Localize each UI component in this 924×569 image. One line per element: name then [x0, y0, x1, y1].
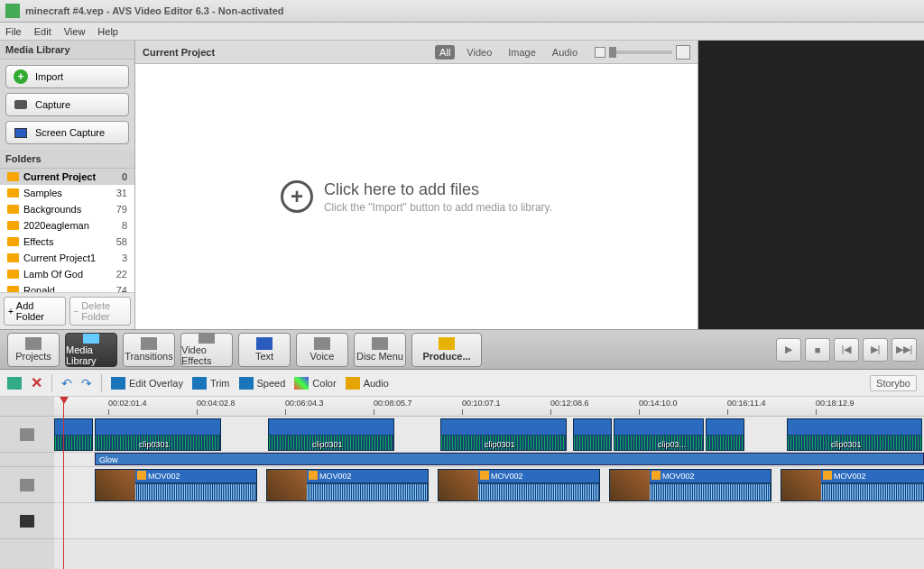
mode-projects[interactable]: Projects [7, 333, 60, 367]
preview-monitor [698, 41, 924, 329]
next-frame-button[interactable]: ▶| [863, 338, 888, 362]
overlay-clip[interactable]: MOV002 [95, 469, 257, 501]
folder-count: 8 [122, 220, 129, 231]
plus-icon: + [14, 69, 28, 84]
ruler-tick: 00:06:04.3 [285, 399, 324, 408]
add-files-heading: Click here to add files [324, 180, 552, 199]
folder-row[interactable]: Ronald74 [0, 282, 134, 292]
filter-video[interactable]: Video [462, 45, 496, 60]
mode-voice[interactable]: Voice [296, 333, 348, 367]
mode-produce[interactable]: Produce... [411, 333, 482, 367]
speed-button[interactable]: Speed [239, 377, 286, 390]
undo-button[interactable]: ↶ [61, 376, 72, 390]
video-clip[interactable] [54, 418, 93, 451]
play-button[interactable]: ▶ [776, 338, 801, 362]
trim-button[interactable]: Trim [192, 377, 230, 390]
overlay-clip[interactable]: MOV002 [438, 469, 600, 501]
timeline: 00:02:01.400:04:02.800:06:04.300:08:05.7… [0, 397, 924, 569]
capture-button[interactable]: Capture [5, 93, 129, 116]
overlay-clip[interactable]: MOV002 [266, 469, 429, 501]
zoom-slider[interactable] [609, 50, 672, 54]
delete-button[interactable]: ✕ [31, 374, 42, 391]
stop-button[interactable]: ■ [805, 338, 830, 362]
clip-label: MOV002 [662, 472, 695, 481]
video-clip[interactable]: clip0301 [787, 418, 922, 451]
monitor-icon [14, 125, 28, 140]
folder-row[interactable]: Lamb Of God22 [0, 266, 134, 282]
add-folder-button[interactable]: + Add Folder [4, 297, 66, 326]
folder-count: 79 [116, 204, 129, 215]
clip-thumbnail [96, 470, 135, 500]
end-button[interactable]: ▶▶| [892, 338, 917, 362]
fx-track[interactable]: Glow [54, 453, 924, 467]
mode-toolbar: Projects Media Library Transitions Video… [0, 329, 924, 370]
mode-transitions[interactable]: Transitions [123, 333, 175, 367]
track-head-main-video[interactable] [0, 417, 54, 453]
overlay-clip[interactable]: MOV002 [609, 469, 772, 501]
delete-folder-button[interactable]: − Delete Folder [69, 297, 132, 326]
text-track[interactable] [54, 503, 924, 539]
clip-thumbnail [781, 470, 821, 500]
prev-frame-button[interactable]: |◀ [834, 338, 859, 362]
video-clip[interactable]: clip0301 [268, 418, 394, 451]
split-button[interactable] [7, 377, 22, 390]
track-head-overlay[interactable] [0, 467, 54, 503]
overlay-track[interactable]: MOV002MOV002MOV002MOV002MOV002 [54, 467, 924, 503]
folder-row[interactable]: Current Project0 [0, 169, 134, 185]
fx-clip-glow[interactable]: Glow [95, 453, 924, 465]
mode-disc-menu[interactable]: Disc Menu [354, 333, 406, 367]
folder-row[interactable]: Backgrounds79 [0, 201, 134, 217]
menu-view[interactable]: View [64, 26, 86, 37]
add-files-dropzone[interactable]: + Click here to add files Click the "Imp… [135, 64, 698, 329]
folder-name: Effects [23, 236, 53, 247]
mode-video-effects[interactable]: Video Effects [180, 333, 233, 367]
video-clip[interactable]: clip03... [614, 418, 704, 451]
track-head-text[interactable] [0, 503, 54, 539]
video-clip[interactable] [706, 418, 744, 451]
folder-icon [7, 172, 19, 181]
menu-edit[interactable]: Edit [34, 26, 51, 37]
menu-file[interactable]: File [5, 26, 22, 37]
mode-media-library[interactable]: Media Library [65, 333, 117, 367]
playhead[interactable] [63, 397, 64, 569]
clip-label: clip0301 [831, 440, 862, 449]
zoom-large-icon[interactable] [676, 45, 690, 60]
filter-all[interactable]: All [435, 45, 455, 60]
overlay-track-icon [20, 479, 34, 491]
storyboard-toggle[interactable]: Storybo [870, 375, 917, 391]
add-files-sub: Click the "Import" button to add media t… [324, 201, 552, 214]
media-library-header: Media Library [0, 41, 134, 60]
folder-icon [7, 205, 19, 214]
tracks-area[interactable]: 00:02:01.400:04:02.800:06:04.300:08:05.7… [54, 397, 924, 569]
time-ruler[interactable]: 00:02:01.400:04:02.800:06:04.300:08:05.7… [54, 397, 924, 417]
import-button[interactable]: + Import [5, 65, 129, 88]
add-files-plus-icon: + [281, 180, 313, 213]
audio-button[interactable]: Audio [346, 377, 389, 390]
video-clip[interactable]: clip0301 [95, 418, 221, 451]
zoom-small-icon[interactable] [595, 47, 605, 58]
menu-help[interactable]: Help [97, 26, 118, 37]
camera-icon [14, 97, 28, 112]
menu-bar: File Edit View Help [0, 23, 924, 41]
track-head-fx[interactable] [0, 453, 54, 467]
overlay-clip[interactable]: MOV002 [781, 469, 924, 501]
folder-row[interactable]: Samples31 [0, 185, 134, 201]
video-clip[interactable] [573, 418, 612, 451]
folder-row[interactable]: 2020eagleman8 [0, 217, 134, 234]
mode-text[interactable]: Text [238, 333, 291, 367]
folder-row[interactable]: Effects58 [0, 234, 134, 250]
folder-count: 22 [116, 269, 129, 280]
color-button[interactable]: Color [294, 377, 336, 390]
screen-capture-button[interactable]: Screen Capture [5, 121, 129, 144]
redo-button[interactable]: ↷ [81, 376, 92, 390]
clip-label: clip0301 [139, 440, 170, 449]
ruler-tick: 00:14:10.0 [639, 399, 678, 408]
filter-image[interactable]: Image [504, 45, 541, 60]
folder-list: Current Project0Samples31Backgrounds7920… [0, 169, 134, 292]
thumbnail-zoom [595, 45, 690, 60]
folder-row[interactable]: Current Project13 [0, 250, 134, 266]
filter-audio[interactable]: Audio [548, 45, 582, 60]
edit-overlay-button[interactable]: Edit Overlay [111, 377, 183, 390]
video-clip[interactable]: clip0301 [440, 418, 567, 451]
main-video-track[interactable]: clip0301clip0301clip0301clip03...clip030… [54, 417, 924, 453]
